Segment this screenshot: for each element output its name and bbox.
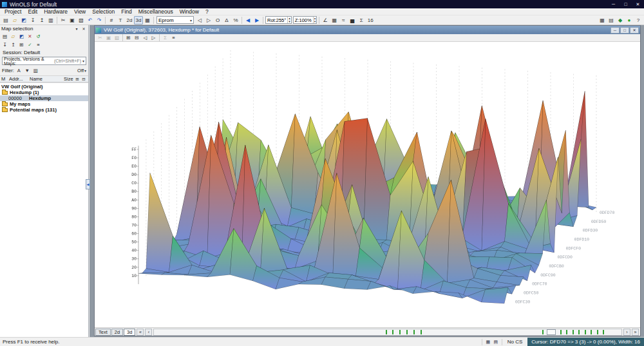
prev-difference-icon[interactable]: ◀ (243, 16, 252, 24)
smooth-surface-icon[interactable]: ≈ (339, 16, 348, 24)
save-version-icon[interactable]: ◩ (17, 33, 26, 41)
column-header-name[interactable]: Name (30, 76, 64, 82)
tile-windows-icon[interactable]: ▦ (598, 16, 607, 24)
view-hex-icon[interactable]: # (107, 16, 116, 24)
cut-icon[interactable]: ✂ (59, 16, 68, 24)
next-window-icon[interactable]: ▷ (149, 34, 158, 41)
rotation-spinner[interactable]: Rot:255°▴▾ (265, 16, 292, 24)
menu-edit[interactable]: Edit (24, 8, 41, 15)
tab-3d[interactable]: 3d (124, 329, 135, 336)
menu-hardware[interactable]: Hardware (41, 8, 71, 15)
help-icon[interactable]: ? (634, 16, 643, 24)
remove-map-icon[interactable]: ⊟ (133, 34, 141, 41)
new-project-icon[interactable]: ▤ (1, 16, 10, 24)
tree-item-hexdump-folder[interactable]: Hexdump (1) (0, 90, 88, 95)
prev-window-icon[interactable]: ◁ (141, 34, 149, 41)
view-text-icon[interactable]: T (116, 16, 125, 24)
redo-icon[interactable]: ↷ (95, 16, 104, 24)
menu-find[interactable]: Find (118, 8, 135, 15)
menu-project[interactable]: Project (1, 8, 24, 15)
doc-scrollbar-track[interactable] (153, 329, 622, 336)
status-list-icon[interactable]: ▤ (492, 340, 500, 345)
open-project-icon[interactable]: ▱ (10, 16, 19, 24)
width-16-icon[interactable]: 16 (366, 16, 375, 24)
eprom-selector[interactable]: Eprom▾ (156, 16, 194, 24)
online-status-icon[interactable]: ● (625, 16, 634, 24)
rotation-spinner-down-icon[interactable]: ▾ (288, 20, 291, 23)
import-map-icon[interactable]: ↧ (1, 41, 9, 49)
save-project-icon[interactable]: ◩ (19, 16, 28, 24)
delete-version-icon[interactable]: ✕ (26, 33, 34, 41)
menu-view[interactable]: View (71, 8, 89, 15)
print-icon[interactable]: ▥ (46, 16, 55, 24)
menu-miscellaneous[interactable]: Miscellaneous (135, 8, 176, 15)
tab-text[interactable]: Text (95, 329, 111, 336)
panel-collapse-handle[interactable]: ◀ (86, 179, 90, 189)
new-version-icon[interactable]: ▤ (1, 33, 9, 41)
bar-mode-icon[interactable]: ▅ (348, 16, 357, 24)
column-header-addr[interactable]: Addr... (9, 76, 30, 82)
scroll-first-button[interactable]: « (137, 329, 144, 336)
difference-view-icon[interactable]: Δ (222, 16, 231, 24)
scroll-next-button[interactable]: › (623, 329, 630, 336)
import-file-icon[interactable]: ↧ (28, 16, 37, 24)
percent-view-icon[interactable]: % (231, 16, 240, 24)
grid-icon[interactable]: ▦ (330, 16, 339, 24)
menu--[interactable]: ? (202, 8, 212, 15)
zoom-spinner[interactable]: Z:100%▴▾ (293, 16, 317, 24)
menu-selection[interactable]: Selection (89, 8, 118, 15)
scrollbar-thumb[interactable] (547, 329, 556, 335)
paste-icon[interactable]: ▧ (77, 16, 86, 24)
refresh-list-icon[interactable]: ↺ (34, 33, 43, 41)
view-2d-icon[interactable]: 2d (125, 16, 134, 24)
view-3d-icon[interactable]: 3d (134, 16, 143, 24)
compare-maps-icon[interactable]: ⊞ (17, 41, 26, 49)
minimize-button[interactable]: ─ (607, 0, 620, 8)
column-header-m[interactable]: M (1, 76, 9, 82)
next-difference-icon[interactable]: ▶ (252, 16, 261, 24)
axes-icon[interactable]: ∠ (321, 16, 330, 24)
next-map-icon[interactable]: ▷ (204, 16, 213, 24)
tree-item-potential-maps[interactable]: Potential maps (131) (0, 107, 88, 113)
document-minimize-button[interactable]: ─ (611, 27, 620, 34)
surface-chart[interactable] (95, 42, 639, 327)
map-properties-icon[interactable]: ≡ (34, 41, 43, 49)
export-file-icon[interactable]: ↥ (37, 16, 46, 24)
tree-item-my-maps[interactable]: My maps (0, 101, 88, 107)
status-grid-icon[interactable]: ▦ (484, 340, 492, 345)
scroll-prev-button[interactable]: ‹ (145, 329, 152, 336)
column-header-size[interactable]: Size (64, 76, 74, 82)
scroll-last-button[interactable]: » (632, 329, 639, 336)
open-version-icon[interactable]: ▱ (9, 33, 17, 41)
filter-funnel-icon[interactable]: ▼ (23, 66, 32, 74)
sort-az-icon[interactable]: A (15, 66, 23, 74)
tab-2d[interactable]: 2d (111, 329, 123, 336)
prev-map-icon[interactable]: ◁ (195, 16, 204, 24)
map-info-icon[interactable]: ≡ (169, 34, 178, 41)
copy-icon[interactable]: ▣ (68, 16, 77, 24)
dongle-status-icon[interactable]: ◆ (616, 16, 625, 24)
export-map-icon[interactable]: ↥ (9, 41, 17, 49)
document-close-button[interactable]: ✕ (630, 27, 639, 34)
close-button[interactable]: ✕ (632, 0, 644, 8)
maximize-button[interactable]: □ (620, 0, 632, 8)
filter-off-toggle[interactable]: Off (77, 68, 84, 73)
tree-item-project[interactable]: VW Golf (Original) (0, 84, 88, 90)
menu-window[interactable]: Window (176, 8, 202, 15)
panel-close-button[interactable]: ✕ (80, 26, 87, 32)
checksum-icon[interactable]: ✓ (26, 41, 34, 49)
panel-options-button[interactable]: ▾ (73, 26, 80, 32)
document-maximize-button[interactable]: □ (620, 27, 629, 34)
map-list-icon[interactable]: ▦ (143, 16, 152, 24)
tree-item-hexdump-map[interactable]: 00000Hexdump (0, 95, 88, 101)
collapse-all-icon[interactable]: ⊟ (80, 76, 87, 82)
cascade-windows-icon[interactable]: ▤ (607, 16, 616, 24)
original-version-icon[interactable]: O (213, 16, 222, 24)
add-map-icon[interactable]: ⊞ (124, 34, 133, 41)
expand-all-icon[interactable]: ⊞ (74, 76, 80, 82)
projects-dropdown[interactable]: Projects, Versions & Maps: (Ctrl+Shift+F… (2, 57, 86, 65)
column-options-icon[interactable]: ▥ (32, 66, 40, 74)
document-caption[interactable]: VW Golf (Original), 372603, Hexdump * fo… (95, 26, 640, 34)
undo-icon[interactable]: ↶ (86, 16, 95, 24)
zoom-spinner-down-icon[interactable]: ▾ (314, 20, 317, 23)
